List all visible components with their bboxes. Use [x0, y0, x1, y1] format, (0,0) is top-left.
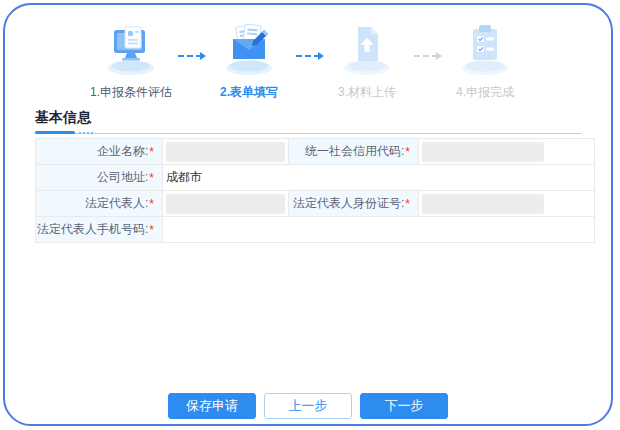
envelope-edit-icon: [217, 21, 281, 81]
credit-code-input[interactable]: [422, 142, 544, 162]
save-application-button[interactable]: 保存申请: [168, 393, 256, 419]
step-label: 1.申报条件评估: [90, 84, 172, 101]
required-asterisk: *: [405, 197, 410, 211]
step-arrow-icon: [178, 55, 202, 57]
footer-actions: 保存申请 上一步 下一步: [5, 393, 611, 419]
step-label: 4.申报完成: [456, 84, 514, 101]
field-cell-company-name: [163, 139, 289, 165]
clipboard-check-icon: [453, 21, 517, 81]
next-step-button[interactable]: 下一步: [360, 393, 448, 419]
basic-info-form: 企业名称:* 统一社会信用代码:* 公司地址:* 成都市 法定代表人:* 法定代…: [35, 138, 595, 243]
step-2-form-filling: 2.表单填写: [202, 21, 296, 101]
step-3-material-upload: 3.材料上传: [320, 21, 414, 101]
field-label-legal-representative: 法定代表人:*: [36, 191, 163, 217]
required-asterisk: *: [149, 171, 154, 185]
required-asterisk: *: [405, 145, 410, 159]
company-name-input[interactable]: [166, 142, 285, 162]
required-asterisk: *: [149, 145, 154, 159]
step-label: 3.材料上传: [338, 84, 396, 101]
section-title-underline: [35, 131, 581, 135]
step-arrow-icon: [414, 55, 438, 57]
field-label-legal-rep-id-number: 法定代表人身份证号:*: [289, 191, 419, 217]
step-label: 2.表单填写: [220, 84, 278, 101]
upload-doc-icon: [335, 21, 399, 81]
field-label-company-name: 企业名称:*: [36, 139, 163, 165]
field-label-credit-code: 统一社会信用代码:*: [289, 139, 419, 165]
step-arrow-icon: [296, 55, 320, 57]
section-title-basic-info: 基本信息: [35, 109, 91, 127]
company-address-value: 成都市: [163, 165, 595, 191]
step-1-condition-evaluation: 1.申报条件评估: [84, 21, 178, 101]
field-label-legal-rep-phone: 法定代表人手机号码:*: [36, 217, 163, 243]
field-label-company-address: 公司地址:*: [36, 165, 163, 191]
field-cell-legal-representative: [163, 191, 289, 217]
previous-step-button[interactable]: 上一步: [264, 393, 352, 419]
field-cell-legal-rep-id-number: [419, 191, 595, 217]
app-window: 1.申报条件评估: [3, 3, 613, 426]
wizard-stepper: 1.申报条件评估: [5, 21, 611, 101]
required-asterisk: *: [149, 197, 154, 211]
legal-representative-input[interactable]: [166, 194, 285, 214]
monitor-form-icon: [99, 21, 163, 81]
legal-rep-phone-value: [163, 217, 595, 243]
step-4-declaration-complete: 4.申报完成: [438, 21, 532, 101]
required-asterisk: *: [149, 223, 154, 237]
legal-rep-id-number-input[interactable]: [422, 194, 544, 214]
field-cell-credit-code: [419, 139, 595, 165]
